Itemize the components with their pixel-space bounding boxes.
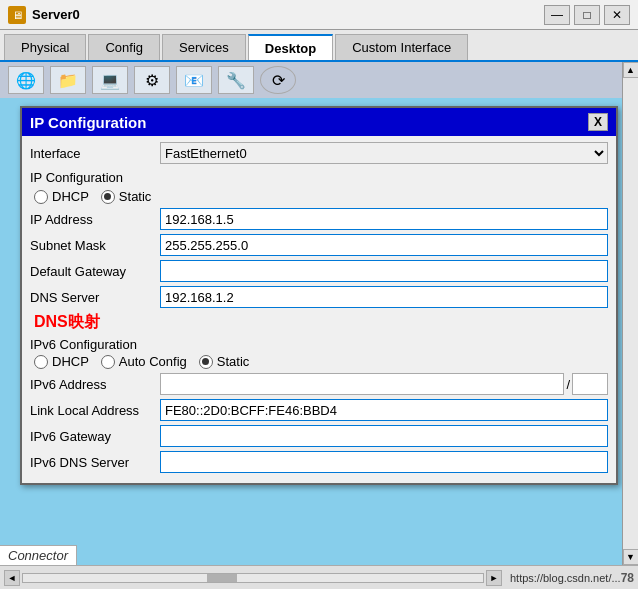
- ipv6-radio-row: DHCP Auto Config Static: [30, 354, 608, 369]
- ip-address-row: IP Address: [30, 208, 608, 230]
- tab-config[interactable]: Config: [88, 34, 160, 60]
- status-bar: ◄ ► https://blog.csdn.net/... 78: [0, 565, 638, 589]
- main-area: 🌐 📁 💻 ⚙ 📧 🔧 ⟳ IP Configuration X Interfa…: [0, 62, 638, 565]
- interface-label: Interface: [30, 146, 160, 161]
- icon-7[interactable]: ⟳: [260, 66, 296, 94]
- link-local-input[interactable]: [160, 399, 608, 421]
- connector-label: Connector: [0, 545, 77, 565]
- ipv6-dns-label: IPv6 DNS Server: [30, 455, 160, 470]
- link-local-label: Link Local Address: [30, 403, 160, 418]
- ipv6-gateway-row: IPv6 Gateway: [30, 425, 608, 447]
- subnet-mask-input[interactable]: [160, 234, 608, 256]
- default-gateway-row: Default Gateway: [30, 260, 608, 282]
- ip-address-label: IP Address: [30, 212, 160, 227]
- dialog-title-bar: IP Configuration X: [22, 108, 616, 136]
- icon-6[interactable]: 🔧: [218, 66, 254, 94]
- dhcp-option[interactable]: DHCP: [34, 189, 89, 204]
- ipv6-gateway-input[interactable]: [160, 425, 608, 447]
- tab-desktop[interactable]: Desktop: [248, 34, 333, 60]
- dialog-close-button[interactable]: X: [588, 113, 608, 131]
- default-gateway-label: Default Gateway: [30, 264, 160, 279]
- ipv6-dhcp-label: DHCP: [52, 354, 89, 369]
- default-gateway-input[interactable]: [160, 260, 608, 282]
- subnet-mask-label: Subnet Mask: [30, 238, 160, 253]
- dns-server-label: DNS Server: [30, 290, 160, 305]
- ipv6-dhcp-radio[interactable]: [34, 355, 48, 369]
- dialog-body: Interface FastEthernet0 IP Configuration…: [22, 136, 616, 483]
- static-radio[interactable]: [101, 190, 115, 204]
- minimize-button[interactable]: —: [544, 5, 570, 25]
- ipv6-gateway-label: IPv6 Gateway: [30, 429, 160, 444]
- dhcp-radio[interactable]: [34, 190, 48, 204]
- dhcp-static-row: DHCP Static: [30, 189, 608, 204]
- dns-server-row: DNS Server: [30, 286, 608, 308]
- subnet-mask-row: Subnet Mask: [30, 234, 608, 256]
- title-bar: 🖥 Server0 — □ ✕: [0, 0, 638, 30]
- window-title: Server0: [32, 7, 544, 22]
- icon-3[interactable]: 💻: [92, 66, 128, 94]
- horizontal-scroll-track[interactable]: [22, 573, 484, 583]
- ipv6-address-label: IPv6 Address: [30, 377, 160, 392]
- dialog-title-text: IP Configuration: [30, 114, 146, 131]
- static-option[interactable]: Static: [101, 189, 152, 204]
- vertical-scrollbar[interactable]: ▲ ▼: [622, 62, 638, 565]
- interface-select[interactable]: FastEthernet0: [160, 142, 608, 164]
- tab-services[interactable]: Services: [162, 34, 246, 60]
- status-url: https://blog.csdn.net/...: [510, 572, 621, 584]
- icon-4[interactable]: ⚙: [134, 66, 170, 94]
- static-label: Static: [119, 189, 152, 204]
- ipv6-static-radio[interactable]: [199, 355, 213, 369]
- maximize-button[interactable]: □: [574, 5, 600, 25]
- ipv6-address-row: IPv6 Address /: [30, 373, 608, 395]
- close-button[interactable]: ✕: [604, 5, 630, 25]
- scroll-right-arrow[interactable]: ►: [486, 570, 502, 586]
- dns-mapping-text: DNS映射: [34, 312, 608, 333]
- dhcp-label: DHCP: [52, 189, 89, 204]
- scroll-down-arrow[interactable]: ▼: [623, 549, 639, 565]
- page-number: 78: [621, 571, 634, 585]
- icon-1[interactable]: 🌐: [8, 66, 44, 94]
- tab-physical[interactable]: Physical: [4, 34, 86, 60]
- ipv6-static-label: Static: [217, 354, 250, 369]
- ipv6-slash: /: [564, 377, 572, 392]
- dns-server-input[interactable]: [160, 286, 608, 308]
- scroll-thumb[interactable]: [207, 574, 237, 582]
- ipv6-auto-label: Auto Config: [119, 354, 187, 369]
- icon-5[interactable]: 📧: [176, 66, 212, 94]
- ipv6-dns-input[interactable]: [160, 451, 608, 473]
- ip-config-section-title: IP Configuration: [30, 168, 608, 187]
- ipv6-section-title: IPv6 Configuration: [30, 335, 608, 354]
- window-controls: — □ ✕: [544, 5, 630, 25]
- link-local-row: Link Local Address: [30, 399, 608, 421]
- ipv6-address-input[interactable]: [160, 373, 564, 395]
- interface-row: Interface FastEthernet0: [30, 142, 608, 164]
- ip-address-input[interactable]: [160, 208, 608, 230]
- ipv6-auto-option[interactable]: Auto Config: [101, 354, 187, 369]
- ipv6-static-option[interactable]: Static: [199, 354, 250, 369]
- scroll-track[interactable]: [623, 78, 638, 549]
- ipv6-dns-row: IPv6 DNS Server: [30, 451, 608, 473]
- scroll-up-arrow[interactable]: ▲: [623, 62, 639, 78]
- tab-bar: Physical Config Services Desktop Custom …: [0, 30, 638, 62]
- ip-config-dialog: IP Configuration X Interface FastEtherne…: [20, 106, 618, 485]
- tab-custom-interface[interactable]: Custom Interface: [335, 34, 468, 60]
- ipv6-prefix-input[interactable]: [572, 373, 608, 395]
- ipv6-dhcp-option[interactable]: DHCP: [34, 354, 89, 369]
- icon-2[interactable]: 📁: [50, 66, 86, 94]
- app-icon: 🖥: [8, 6, 26, 24]
- icons-strip: 🌐 📁 💻 ⚙ 📧 🔧 ⟳: [0, 62, 622, 98]
- ipv6-auto-radio[interactable]: [101, 355, 115, 369]
- scroll-left-arrow[interactable]: ◄: [4, 570, 20, 586]
